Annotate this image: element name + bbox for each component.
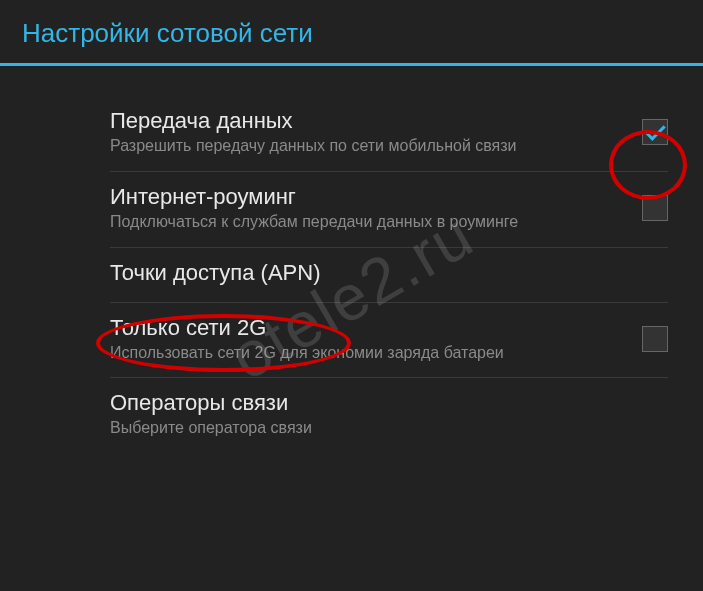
setting-2g-only[interactable]: Только сети 2G Использовать сети 2G для … [110,303,668,379]
setting-text-block: Операторы связи Выберите оператора связи [110,390,668,439]
setting-operators[interactable]: Операторы связи Выберите оператора связи [110,378,668,453]
setting-title: Операторы связи [110,390,648,416]
setting-roaming[interactable]: Интернет-роуминг Подключаться к службам … [110,172,668,248]
setting-text-block: Точки доступа (APN) [110,260,668,288]
setting-text-block: Интернет-роуминг Подключаться к службам … [110,184,642,233]
setting-subtitle: Выберите оператора связи [110,418,648,439]
checkbox-data-transfer[interactable] [642,119,668,145]
setting-subtitle: Подключаться к службам передачи данных в… [110,212,622,233]
settings-header: Настройки сотовой сети [0,0,703,66]
setting-subtitle: Разрешить передачу данных по сети мобиль… [110,136,622,157]
setting-text-block: Передача данных Разрешить передачу данны… [110,108,642,157]
setting-title: Интернет-роуминг [110,184,622,210]
setting-text-block: Только сети 2G Использовать сети 2G для … [110,315,642,364]
page-title: Настройки сотовой сети [22,18,681,49]
setting-data-transfer[interactable]: Передача данных Разрешить передачу данны… [110,96,668,172]
settings-list: Передача данных Разрешить передачу данны… [0,66,703,453]
checkbox-2g-only[interactable] [642,326,668,352]
setting-title: Точки доступа (APN) [110,260,648,286]
setting-apn[interactable]: Точки доступа (APN) [110,248,668,303]
setting-subtitle: Использовать сети 2G для экономии заряда… [110,343,622,364]
checkbox-roaming[interactable] [642,195,668,221]
setting-title: Передача данных [110,108,622,134]
setting-title: Только сети 2G [110,315,622,341]
